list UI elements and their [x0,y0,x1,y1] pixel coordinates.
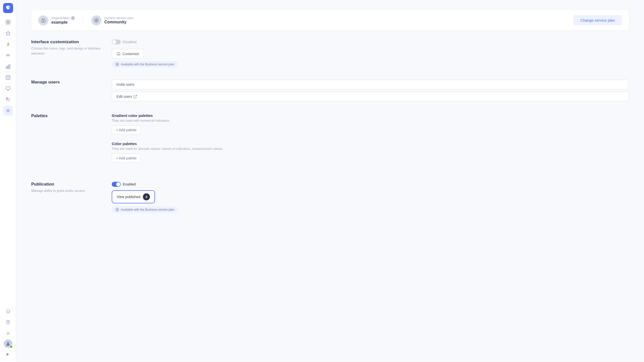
invite-users-button[interactable]: Invite users [112,80,629,89]
interface-customization-desc: Choose the colors, logo, and design of i… [31,46,102,56]
current-plan-item: Current service plan Community [91,15,134,25]
gradient-palette-subsection: Gradient color palettes They are used wi… [112,113,629,134]
customize-button-label: Customize [123,52,139,56]
sidebar-item-chart[interactable] [3,61,13,71]
palettes-title: Palettes [31,113,102,118]
svg-point-0 [8,7,10,8]
organization-item: Organization i example [38,15,75,25]
sidebar-item-settings[interactable] [3,106,13,116]
svg-rect-11 [9,65,10,68]
svg-point-19 [7,110,9,111]
gradient-palette-desc: They are used with numerical indicators. [112,119,629,122]
organization-label: Organization i [51,16,75,20]
svg-point-25 [43,21,44,22]
sidebar-item-star[interactable] [3,28,13,38]
current-plan-text: Current service plan Community [104,16,134,24]
svg-point-28 [96,20,97,21]
sidebar-item-grid[interactable] [3,17,13,27]
interface-customization-section: Interface customization Choose the color… [31,39,629,68]
customization-toggle-box[interactable] [112,39,121,44]
external-link-icon [134,95,137,98]
publication-section: Publication Manage ability to grant publ… [31,182,629,213]
publication-plan-notice: i Available with the Business service pl… [112,206,178,213]
sidebar-item-bell[interactable] [3,306,13,316]
publication-toggle-label: Enabled [123,182,136,186]
sidebar-item-layout[interactable] [3,72,13,82]
main-content: Organization i example Current service p… [16,0,644,362]
customization-disabled-toggle: Disabled [112,39,629,44]
sidebar-item-link[interactable] [3,50,13,60]
svg-point-26 [94,18,98,22]
svg-rect-24 [42,20,45,22]
gradient-palette-title: Gradient color palettes [112,113,629,118]
svg-rect-3 [6,22,8,24]
customization-plan-notice-text: Available with the Business service plan [121,63,174,66]
manage-users-title: Manage users [31,80,102,85]
svg-point-7 [8,55,10,56]
publication-plan-notice-text: Available with the Business service plan [121,208,174,211]
palettes-section: Palettes Gradient color palettes They ar… [31,113,629,170]
svg-point-27 [95,19,97,21]
svg-rect-15 [6,87,10,89]
svg-rect-10 [8,66,9,68]
interface-customization-title: Interface customization [31,39,102,44]
add-color-palette-button[interactable]: + Add palette [112,154,141,163]
svg-point-6 [7,55,8,56]
play-button[interactable]: ▶ [3,349,13,359]
publication-toggle-box[interactable] [112,182,121,187]
view-published-label: View published [117,195,140,199]
publication-label-col: Publication Manage ability to grant publ… [31,182,102,213]
change-plan-button[interactable]: Change service plan [573,15,622,25]
svg-rect-1 [6,20,8,22]
sidebar-item-monitor[interactable] [3,83,13,94]
svg-point-21 [8,323,8,323]
sidebar-item-lightning[interactable] [3,39,13,49]
add-gradient-palette-button[interactable]: + Add palette [112,125,141,134]
sidebar-item-gear[interactable] [3,328,13,338]
svg-point-18 [7,99,8,99]
customize-button[interactable]: Customize [112,49,144,59]
color-palette-title: Color palettes [112,142,629,146]
publication-plan-info-icon: i [115,208,119,212]
organization-text: Organization i example [51,16,75,25]
customization-plan-notice: i Available with the Business service pl… [112,61,178,68]
manage-users-section: Manage users Invite users Edit users [31,80,629,101]
view-published-button[interactable]: View published 3 [112,190,155,203]
publication-title: Publication [31,182,102,187]
current-plan-label: Current service plan [104,16,134,20]
sidebar-bottom: ▶ [3,306,13,359]
logo-icon [5,5,11,11]
svg-rect-9 [6,67,7,68]
app-logo[interactable] [3,3,13,13]
manage-users-label-col: Manage users [31,80,102,101]
edit-users-button[interactable]: Edit users [112,92,629,101]
customization-plan-info-icon: i [115,62,119,66]
interface-customization-label-col: Interface customization Choose the color… [31,39,102,68]
avatar-online-badge [9,345,13,348]
organization-icon [38,15,48,25]
avatar[interactable] [4,339,12,348]
color-palette-subsection: Color palettes They are used for discret… [112,142,629,163]
publication-desc: Manage ability to grant public access [31,188,102,193]
publication-count-badge: 3 [143,193,150,200]
color-palette-desc: They are used for discrete values: names… [112,147,629,151]
sidebar-item-tag[interactable] [3,95,13,105]
organization-value: example [51,20,75,25]
sidebar-item-help[interactable] [3,317,13,327]
svg-marker-5 [6,31,10,35]
interface-customization-content: Disabled Customize i Available with the … [112,39,629,68]
edit-users-label: Edit users [116,95,132,99]
svg-rect-2 [8,20,10,22]
add-gradient-palette-label: + Add palette [116,128,137,132]
add-color-palette-label: + Add palette [116,156,137,160]
customize-icon [116,52,120,56]
palettes-content: Gradient color palettes They are used wi… [112,113,629,170]
current-plan-icon [91,15,101,25]
svg-point-22 [7,333,9,334]
svg-point-23 [7,342,9,344]
plan-divider [83,15,83,25]
organization-info-icon[interactable]: i [71,16,75,20]
publication-enabled-toggle: Enabled [112,182,629,187]
sidebar: ▶ [0,0,16,362]
svg-rect-4 [8,22,10,24]
